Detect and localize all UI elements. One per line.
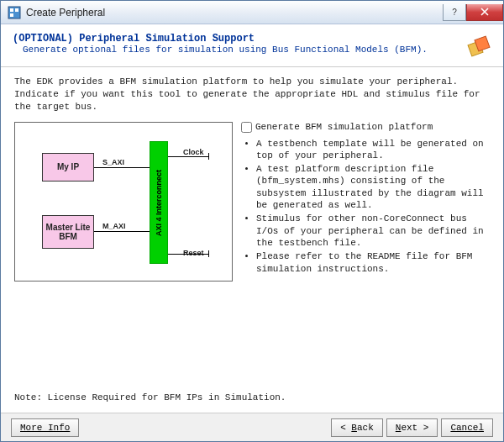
content-row: My IP Master Lite BFM AXI 4 Interconnect… [14,122,490,282]
diagram-line [168,254,208,255]
feature-list: A testbench template will be generated o… [241,138,490,275]
dialog-window: Create Peripheral ? (OPTIONAL) Periphera… [0,0,504,442]
diagram-line [208,250,209,257]
intro-text: The EDK provides a BFM simulation platfo… [14,76,490,113]
license-note: Note: License Required for BFM IPs in Si… [14,386,490,408]
diagram-reset-label: Reset [183,249,204,257]
bfm-diagram: My IP Master Lite BFM AXI 4 Interconnect… [14,122,233,282]
generate-bfm-checkbox[interactable]: Generate BFM simulation platform [241,122,490,133]
options-column: Generate BFM simulation platform A testb… [241,122,490,282]
cancel-button[interactable]: Cancel [441,418,493,437]
help-button[interactable]: ? [443,4,466,21]
diagram-line [168,156,208,157]
svg-rect-2 [15,8,18,12]
peripheral-icon [465,33,491,60]
list-item: Stimulus for other non-CoreConnect bus I… [256,213,490,249]
diagram-line [94,231,150,232]
wizard-header: (OPTIONAL) Peripheral Simulation Support… [1,24,503,67]
diagram-master-box: Master Lite BFM [42,215,94,249]
close-button[interactable] [466,4,503,21]
diagram-clock-label: Clock [183,148,204,156]
header-text-block: (OPTIONAL) Peripheral Simulation Support… [13,33,458,55]
next-button[interactable]: Next > [386,418,438,437]
list-item: Please refer to the README file for BFM … [256,250,490,275]
generate-bfm-input[interactable] [241,122,252,133]
page-subtitle: Generate optional files for simulation u… [23,45,458,55]
svg-rect-3 [10,13,13,17]
diagram-line [208,153,209,160]
wizard-body: The EDK provides a BFM simulation platfo… [1,67,503,413]
back-button[interactable]: < Back [331,418,383,437]
list-item: A test platform description file (bfm_sy… [256,163,490,211]
titlebar[interactable]: Create Peripheral ? [1,1,503,24]
app-icon [8,6,21,19]
diagram-interconnect-box: AXI 4 Interconnect [150,141,168,264]
window-title: Create Peripheral [26,7,443,18]
diagram-saxi-label: S_AXI [102,158,124,166]
wizard-footer: More Info < Back Next > Cancel [1,413,503,441]
svg-rect-1 [10,8,13,12]
diagram-line [94,167,150,168]
more-info-button[interactable]: More Info [11,418,79,437]
window-controls: ? [443,4,503,21]
diagram-myip-box: My IP [42,153,94,182]
close-icon [480,8,489,16]
generate-bfm-label: Generate BFM simulation platform [255,122,433,132]
page-title: (OPTIONAL) Peripheral Simulation Support [13,33,458,45]
diagram-maxi-label: M_AXI [102,222,126,230]
list-item: A testbench template will be generated o… [256,138,490,162]
